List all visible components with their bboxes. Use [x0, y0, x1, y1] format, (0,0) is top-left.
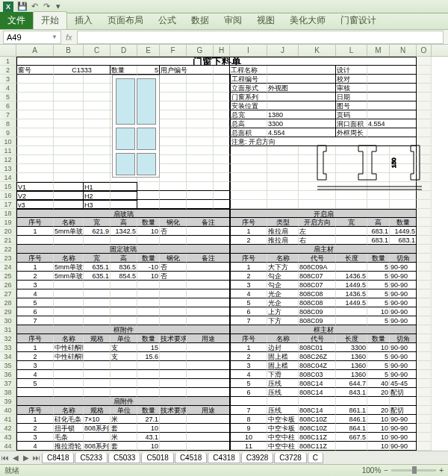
tab-beautify[interactable]: 美化大师	[282, 12, 333, 29]
tab-window-design[interactable]: 门窗设计	[333, 12, 384, 29]
qat-dropdown[interactable]: ▾	[52, 1, 64, 12]
sheet-nav-prev[interactable]: ◀	[10, 454, 21, 462]
fx-icon[interactable]: fx	[66, 33, 72, 42]
sheet-tab-C[interactable]: C	[308, 453, 323, 463]
zoom-out-button[interactable]: −	[384, 466, 388, 475]
sheet-tab-C3928[interactable]: C3928	[241, 453, 273, 463]
sheet-tab-C4318[interactable]: C4318	[208, 453, 240, 463]
tab-home[interactable]: 开始	[33, 11, 67, 29]
tab-view[interactable]: 视图	[249, 12, 282, 29]
qat-save-button[interactable]: 💾	[16, 1, 28, 12]
tab-formula[interactable]: 公式	[151, 12, 184, 29]
worksheet-grid[interactable]: ABCDEFGHIJKLMNO 1门窗下料单2窗号C1333数量5用户编号工程名…	[0, 45, 448, 460]
status-ready: 就绪	[4, 466, 19, 476]
sheet-tab-C3728[interactable]: C3728	[274, 453, 306, 463]
sheet-tab-C5033[interactable]: C5033	[108, 453, 140, 463]
name-box[interactable]: A49▼	[3, 31, 61, 44]
qat-redo-button[interactable]: ↷	[40, 1, 52, 12]
svg-text:150: 150	[391, 157, 397, 168]
tab-layout[interactable]: 页面布局	[100, 12, 151, 29]
tab-data[interactable]: 数据	[184, 12, 217, 29]
formula-bar[interactable]	[77, 31, 444, 44]
sheet-nav-first[interactable]: ⏮	[0, 454, 10, 462]
tab-file[interactable]: 文件	[0, 12, 33, 29]
sheet-tab-C4518[interactable]: C4518	[175, 453, 207, 463]
ribbon: 文件 开始 插入 页面布局 公式 数据 审阅 视图 美化大师 门窗设计	[0, 13, 448, 30]
sheet-tab-C5018[interactable]: C5018	[141, 453, 173, 463]
profile-section-drawing: 150	[314, 142, 426, 194]
sheet-tab-C8418[interactable]: C8418	[42, 453, 74, 463]
status-bar: 就绪 100% − +	[0, 464, 448, 476]
tab-review[interactable]: 审阅	[217, 12, 249, 29]
zoom-in-button[interactable]: +	[439, 466, 444, 475]
qat-undo-button[interactable]: ↶	[28, 1, 40, 12]
zoom-slider[interactable]	[391, 469, 436, 472]
sheet-nav-last[interactable]: ⏭	[31, 454, 42, 462]
sheet-tab-C5233[interactable]: C5233	[75, 453, 107, 463]
formula-bar-row: A49▼ fx	[0, 30, 448, 45]
tab-insert[interactable]: 插入	[67, 12, 100, 29]
zoom-label: 100%	[362, 466, 382, 475]
window-elevation-drawing	[112, 75, 160, 178]
sheet-tab-bar: ⏮ ◀ ▶ ⏭ C8418C5233C5033C5018C4518C4318C3…	[0, 451, 448, 464]
excel-icon: X	[3, 1, 13, 12]
sheet-nav-next[interactable]: ▶	[21, 454, 31, 462]
